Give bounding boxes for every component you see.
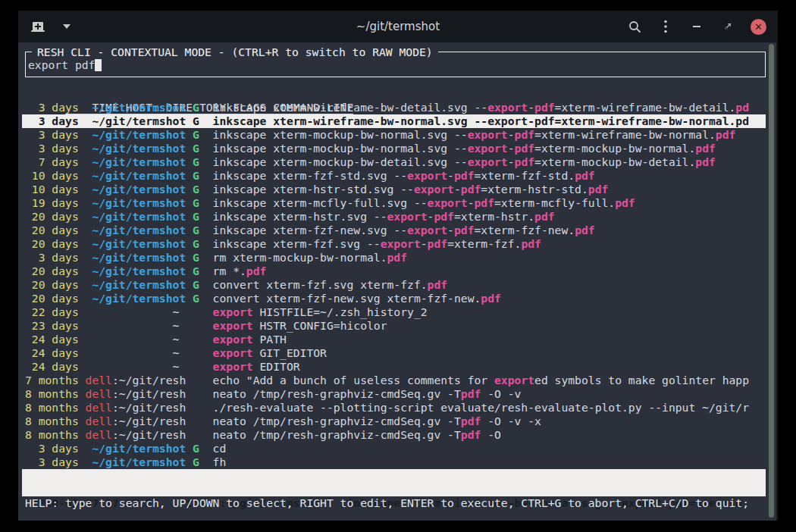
history-row[interactable]: 20 days ~/git/termshot G rm *.pdf [22, 264, 766, 278]
window-title: ~/git/termshot [170, 20, 626, 33]
history-table-header: TIME HOST: DIRECTORY FLAGS COMMAND-LINE [25, 87, 763, 101]
history-row[interactable]: 23 days ~ export HSTR_CONFIG=hicolor [22, 319, 766, 333]
text-cursor [95, 59, 102, 71]
history-row[interactable]: 10 days ~/git/termshot G inkscape xterm-… [22, 183, 766, 196]
history-row[interactable]: 8 months dell:~/git/resh neato /tmp/resh… [22, 387, 766, 401]
history-row[interactable]: 8 months dell:~/git/resh neato /tmp/resh… [22, 415, 766, 428]
chevron-down-icon [63, 24, 71, 29]
history-row[interactable]: 7 months dell:~/git/resh echo "Add a bun… [22, 374, 766, 387]
kebab-menu-icon [664, 20, 667, 33]
close-button[interactable]: ✕ [751, 19, 766, 35]
history-row[interactable]: 20 days ~/git/termshot G inkscape xterm-… [22, 237, 766, 251]
new-tab-dropdown-button[interactable] [58, 18, 75, 35]
titlebar-left-group [30, 18, 170, 35]
terminal-content: RESH CLI - CONTEXTUAL MODE - (CTRL+R to … [18, 42, 778, 521]
scrollbar-thumb[interactable] [769, 44, 774, 518]
history-row[interactable]: 24 days ~ export PATH [22, 333, 766, 346]
search-input[interactable]: export pdf [28, 58, 102, 72]
help-bar: HELP: type to search, UP/DOWN to select,… [25, 496, 763, 510]
history-row[interactable]: 20 days ~/git/termshot G inkscape xterm-… [22, 224, 766, 237]
history-row[interactable]: 20 days ~/git/termshot G convert xterm-f… [22, 278, 766, 292]
close-icon: ✕ [754, 22, 763, 32]
history-row[interactable]: 10 days ~/git/termshot G inkscape xterm-… [22, 169, 766, 183]
history-row[interactable]: 20 days ~/git/termshot G convert xterm-f… [22, 292, 766, 305]
history-row[interactable]: 3 days ~/git/termshot G fh [22, 455, 766, 469]
minimize-button[interactable] [688, 18, 705, 35]
new-tab-icon [31, 21, 45, 33]
selected-entry-detail: 2020-05-07 17:17:28 tower:~/git/termshot… [22, 469, 766, 496]
search-button[interactable] [626, 18, 643, 35]
titlebar: ~/git/termshot [18, 11, 778, 42]
history-row[interactable]: 19 days ~/git/termshot G inkscape xterm-… [22, 196, 766, 210]
history-row[interactable]: 22 days ~ export HISTFILE=~/.zsh_history… [22, 305, 766, 319]
minimize-icon [693, 26, 700, 27]
history-row[interactable]: 20 days ~/git/termshot G inkscape xterm-… [22, 210, 766, 224]
history-row[interactable]: 3 days ~/git/termshot G inkscape xterm-w… [22, 101, 766, 114]
new-tab-button[interactable] [30, 18, 46, 35]
search-icon [628, 20, 641, 33]
history-row[interactable]: 8 months dell:~/git/resh neato /tmp/resh… [22, 428, 766, 442]
history-row[interactable]: 3 days ~/git/termshot G inkscape xterm-m… [22, 128, 766, 142]
history-row[interactable]: 3 days ~/git/termshot G inkscape xterm-m… [22, 142, 766, 155]
history-row[interactable]: 24 days ~ export EDITOR [22, 360, 766, 374]
history-row[interactable]: 24 days ~ export GIT_EDITOR [22, 346, 766, 360]
mode-label: RESH CLI - CONTEXTUAL MODE - (CTRL+R to … [32, 45, 438, 59]
history-list: 3 days ~/git/termshot G inkscape xterm-w… [25, 101, 763, 469]
restore-button[interactable] [719, 18, 736, 35]
history-row-selected[interactable]: 3 days ~/git/termshot G inkscape xterm-w… [22, 114, 766, 128]
history-row[interactable]: 3 days ~/git/termshot G cd [22, 442, 766, 455]
history-row[interactable]: 3 days ~/git/termshot G rm xterm-mockup-… [22, 251, 766, 264]
history-row[interactable]: 8 months dell:~/git/resh ./resh-evaluate… [22, 401, 766, 415]
menu-button[interactable] [657, 18, 674, 35]
restore-icon [723, 22, 732, 31]
scrollbar-track-edge [776, 42, 778, 521]
history-row[interactable]: 7 days ~/git/termshot G inkscape xterm-m… [22, 155, 766, 169]
search-query: export pdf [28, 58, 95, 71]
terminal-window: ~/git/termshot [18, 11, 778, 521]
titlebar-right-group: ✕ [626, 18, 766, 35]
search-panel: RESH CLI - CONTEXTUAL MODE - (CTRL+R to … [25, 52, 766, 77]
